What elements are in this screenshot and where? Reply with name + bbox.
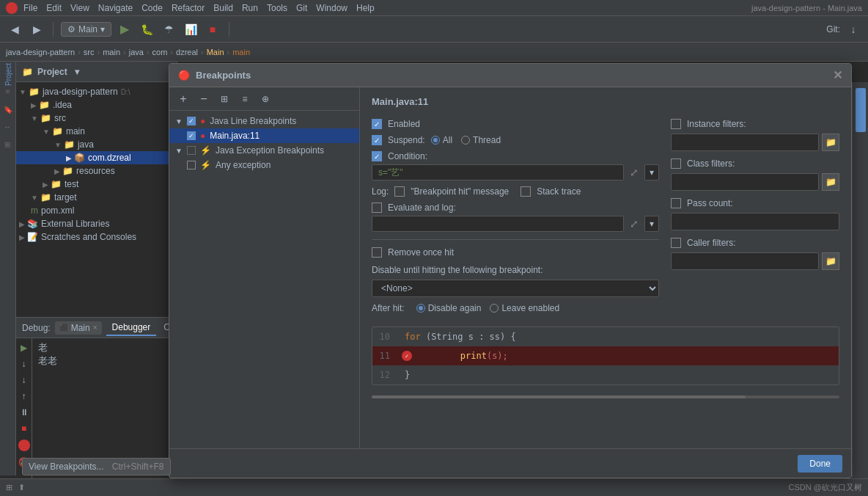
project-chevron[interactable]: ▾ bbox=[75, 67, 79, 77]
tree-test[interactable]: ▶ 📁 test bbox=[16, 178, 177, 191]
pass-count-checkbox[interactable] bbox=[671, 198, 681, 208]
menu-edit[interactable]: Edit bbox=[46, 3, 62, 13]
menu-git[interactable]: Git bbox=[296, 3, 307, 13]
leave-enabled-radio[interactable]: Leave enabled bbox=[490, 303, 559, 313]
tree-scratches[interactable]: ▶ 📝 Scratches and Consoles bbox=[16, 230, 177, 244]
menu-window[interactable]: Window bbox=[316, 3, 347, 13]
menu-refactor[interactable]: Refactor bbox=[172, 3, 205, 13]
bp-export-btn[interactable]: ⊕ bbox=[257, 91, 273, 107]
condition-input[interactable] bbox=[372, 164, 624, 180]
profile-btn[interactable]: 📊 bbox=[182, 21, 199, 38]
menu-help[interactable]: Help bbox=[356, 3, 375, 13]
suspend-all-radio[interactable]: All bbox=[431, 135, 452, 145]
log-hit-checkbox[interactable] bbox=[394, 186, 405, 197]
class-filters-checkbox[interactable] bbox=[671, 158, 681, 169]
pause-btn[interactable]: ⏸ bbox=[18, 406, 31, 419]
menu-run[interactable]: Run bbox=[242, 3, 258, 13]
eval-log-checkbox[interactable] bbox=[372, 203, 382, 213]
step-into-btn[interactable]: ↓ bbox=[18, 373, 31, 387]
log-stack-checkbox[interactable] bbox=[521, 186, 531, 197]
remove-once-checkbox[interactable] bbox=[372, 247, 382, 258]
bc-2[interactable]: src bbox=[84, 48, 95, 56]
bc-8[interactable]: main bbox=[232, 48, 250, 56]
caller-filters-browse-btn[interactable]: 📁 bbox=[822, 252, 839, 270]
stop-btn[interactable]: ■ bbox=[204, 21, 221, 38]
eval-input[interactable] bbox=[372, 216, 624, 232]
git-update-btn[interactable]: ↓ bbox=[845, 21, 862, 38]
class-filters-input[interactable] bbox=[671, 173, 819, 191]
run-btn[interactable]: ▶ bbox=[116, 21, 133, 38]
disable-again-radio[interactable]: Disable again bbox=[416, 303, 482, 313]
menu-code[interactable]: Code bbox=[141, 3, 163, 13]
code-scrollbar[interactable] bbox=[372, 395, 839, 398]
menu-file[interactable]: File bbox=[23, 3, 37, 13]
bp-item-check-any[interactable] bbox=[187, 161, 196, 169]
bc-1[interactable]: java-design-pattern bbox=[6, 48, 75, 56]
caller-filters-checkbox[interactable] bbox=[671, 238, 681, 248]
bp-group-exception[interactable]: ▼ ⚡ Java Exception Breakpoints bbox=[169, 143, 359, 158]
resume-btn[interactable]: ▶ bbox=[18, 341, 31, 354]
pull-requests-icon[interactable]: ↕ bbox=[1, 120, 15, 134]
bc-4[interactable]: java bbox=[129, 48, 144, 56]
project-icon[interactable]: Project bbox=[1, 68, 15, 81]
coverage-btn[interactable]: ☂ bbox=[160, 21, 177, 38]
disable-until-select[interactable]: <None> bbox=[372, 280, 659, 297]
bc-6[interactable]: dzreal bbox=[176, 48, 198, 56]
menu-tools[interactable]: Tools bbox=[267, 3, 287, 13]
stop-debug-btn[interactable]: ■ bbox=[18, 422, 31, 435]
bp-add-btn[interactable]: + bbox=[175, 91, 191, 107]
suspend-thread-radio[interactable]: Thread bbox=[461, 135, 501, 145]
instance-filters-checkbox[interactable] bbox=[671, 119, 681, 129]
menu-view[interactable]: View bbox=[70, 3, 89, 13]
back-btn[interactable]: ◀ bbox=[6, 21, 23, 38]
eval-dropdown-btn[interactable]: ▾ bbox=[644, 216, 659, 232]
breakpoint-btn[interactable] bbox=[18, 440, 30, 451]
tree-com-dzreal[interactable]: ▶ 📦 com.dzreal bbox=[16, 151, 177, 164]
enabled-checkbox[interactable]: ✓ bbox=[372, 119, 382, 129]
pass-count-input[interactable] bbox=[671, 213, 839, 230]
tree-idea[interactable]: ▶ 📁 .idea bbox=[16, 98, 177, 112]
menu-build[interactable]: Build bbox=[213, 3, 233, 13]
run-config-selector[interactable]: ⚙ Main ▾ bbox=[61, 22, 111, 37]
bp-group-line[interactable]: ▼ ✓ ● Java Line Breakpoints bbox=[169, 114, 359, 128]
structure-icon[interactable]: ⊞ bbox=[1, 138, 15, 151]
debug-btn[interactable]: 🐛 bbox=[138, 21, 155, 38]
bp-item-any-exception[interactable]: ⚡ Any exception bbox=[169, 158, 359, 172]
bp-copy-btn[interactable]: ⊞ bbox=[216, 91, 232, 107]
bc-7[interactable]: Main bbox=[207, 48, 224, 56]
condition-expand-btn[interactable]: ⤢ bbox=[630, 167, 639, 178]
bp-group-check-exception[interactable] bbox=[187, 146, 196, 155]
tree-target[interactable]: ▼ 📁 target bbox=[16, 191, 177, 204]
done-button[interactable]: Done bbox=[798, 455, 842, 473]
bookmarks-icon[interactable]: 🔖 bbox=[1, 103, 15, 116]
debug-config[interactable]: ⬛ Main × bbox=[55, 321, 102, 335]
step-over-btn[interactable]: ↓ bbox=[18, 357, 31, 371]
bp-item-main11[interactable]: ✓ ● Main.java:11 bbox=[169, 128, 359, 143]
bc-5[interactable]: com bbox=[152, 48, 168, 56]
suspend-checkbox[interactable]: ✓ bbox=[372, 135, 382, 145]
dialog-close-btn[interactable]: ✕ bbox=[833, 68, 842, 82]
forward-btn[interactable]: ▶ bbox=[28, 21, 45, 38]
right-scroll-indicator[interactable] bbox=[856, 88, 866, 132]
tree-pom[interactable]: m pom.xml bbox=[16, 204, 177, 217]
tree-external-libs[interactable]: ▶ 📚 External Libraries bbox=[16, 217, 177, 230]
expand-icon[interactable]: ⬆ bbox=[18, 483, 25, 492]
bp-group-btn[interactable]: ≡ bbox=[237, 91, 253, 107]
condition-checkbox[interactable]: ✓ bbox=[372, 151, 382, 161]
menu-navigate[interactable]: Navigate bbox=[98, 3, 133, 13]
class-filters-browse-btn[interactable]: 📁 bbox=[822, 173, 839, 191]
bp-item-check-main11[interactable]: ✓ bbox=[187, 131, 196, 140]
tree-java[interactable]: ▼ 📁 java bbox=[16, 138, 177, 151]
caller-filters-input[interactable] bbox=[671, 252, 819, 270]
bp-group-check-line[interactable]: ✓ bbox=[187, 117, 196, 125]
instance-filters-input[interactable] bbox=[671, 134, 819, 151]
bp-remove-btn[interactable]: − bbox=[196, 91, 212, 107]
tree-src[interactable]: ▼ 📁 src bbox=[16, 112, 177, 125]
tree-root[interactable]: ▼ 📁 java-design-pattern D:\ bbox=[16, 85, 177, 98]
debugger-tab[interactable]: Debugger bbox=[106, 320, 157, 336]
tree-resources[interactable]: ▶ 📁 resources bbox=[16, 164, 177, 178]
instance-filters-browse-btn[interactable]: 📁 bbox=[822, 134, 839, 151]
step-out-btn[interactable]: ↑ bbox=[18, 390, 31, 403]
tree-main[interactable]: ▼ 📁 main bbox=[16, 125, 177, 138]
eval-expand-btn[interactable]: ⤢ bbox=[630, 218, 639, 230]
